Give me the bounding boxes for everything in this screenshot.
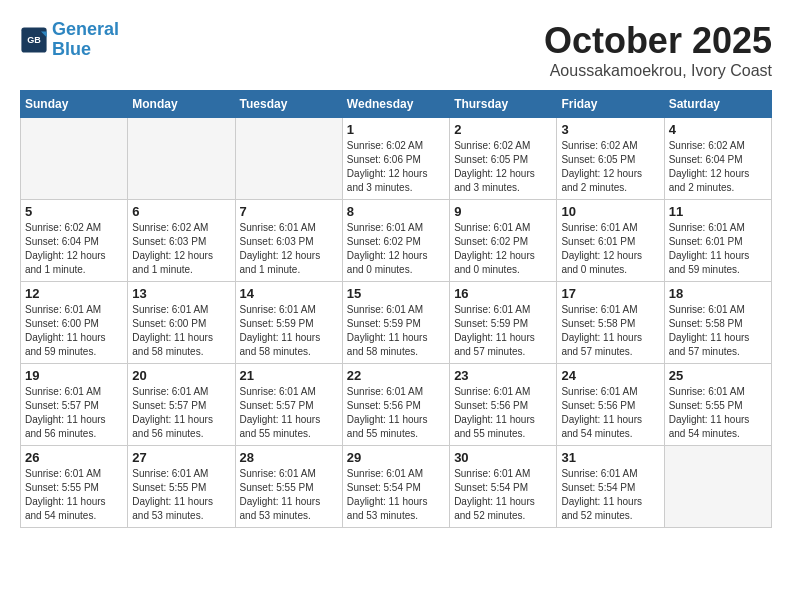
calendar-cell: 27Sunrise: 6:01 AM Sunset: 5:55 PM Dayli… [128,446,235,528]
day-info: Sunrise: 6:01 AM Sunset: 5:56 PM Dayligh… [454,385,552,441]
calendar-cell: 3Sunrise: 6:02 AM Sunset: 6:05 PM Daylig… [557,118,664,200]
day-number: 13 [132,286,230,301]
day-number: 14 [240,286,338,301]
svg-text:GB: GB [27,35,41,45]
day-info: Sunrise: 6:02 AM Sunset: 6:04 PM Dayligh… [25,221,123,277]
calendar-cell: 28Sunrise: 6:01 AM Sunset: 5:55 PM Dayli… [235,446,342,528]
calendar-cell: 15Sunrise: 6:01 AM Sunset: 5:59 PM Dayli… [342,282,449,364]
calendar-cell: 31Sunrise: 6:01 AM Sunset: 5:54 PM Dayli… [557,446,664,528]
day-number: 29 [347,450,445,465]
calendar-cell: 29Sunrise: 6:01 AM Sunset: 5:54 PM Dayli… [342,446,449,528]
calendar-week-row: 26Sunrise: 6:01 AM Sunset: 5:55 PM Dayli… [21,446,772,528]
day-info: Sunrise: 6:01 AM Sunset: 6:00 PM Dayligh… [25,303,123,359]
calendar-cell: 8Sunrise: 6:01 AM Sunset: 6:02 PM Daylig… [342,200,449,282]
calendar-cell: 18Sunrise: 6:01 AM Sunset: 5:58 PM Dayli… [664,282,771,364]
logo: GB General Blue [20,20,119,60]
page-header: GB General Blue October 2025 Aoussakamoe… [20,20,772,80]
day-of-week-header: Saturday [664,91,771,118]
day-of-week-header: Sunday [21,91,128,118]
day-number: 24 [561,368,659,383]
day-info: Sunrise: 6:01 AM Sunset: 5:57 PM Dayligh… [240,385,338,441]
day-number: 1 [347,122,445,137]
day-info: Sunrise: 6:01 AM Sunset: 6:01 PM Dayligh… [669,221,767,277]
calendar-cell: 13Sunrise: 6:01 AM Sunset: 6:00 PM Dayli… [128,282,235,364]
day-info: Sunrise: 6:01 AM Sunset: 5:57 PM Dayligh… [132,385,230,441]
day-info: Sunrise: 6:01 AM Sunset: 5:55 PM Dayligh… [240,467,338,523]
calendar-cell: 1Sunrise: 6:02 AM Sunset: 6:06 PM Daylig… [342,118,449,200]
day-info: Sunrise: 6:02 AM Sunset: 6:03 PM Dayligh… [132,221,230,277]
calendar-cell: 4Sunrise: 6:02 AM Sunset: 6:04 PM Daylig… [664,118,771,200]
day-number: 6 [132,204,230,219]
day-number: 17 [561,286,659,301]
calendar-cell: 25Sunrise: 6:01 AM Sunset: 5:55 PM Dayli… [664,364,771,446]
calendar-week-row: 19Sunrise: 6:01 AM Sunset: 5:57 PM Dayli… [21,364,772,446]
calendar-cell: 2Sunrise: 6:02 AM Sunset: 6:05 PM Daylig… [450,118,557,200]
calendar-cell: 12Sunrise: 6:01 AM Sunset: 6:00 PM Dayli… [21,282,128,364]
day-info: Sunrise: 6:01 AM Sunset: 5:59 PM Dayligh… [240,303,338,359]
calendar-cell [21,118,128,200]
day-number: 11 [669,204,767,219]
calendar-cell: 6Sunrise: 6:02 AM Sunset: 6:03 PM Daylig… [128,200,235,282]
day-number: 3 [561,122,659,137]
calendar-cell: 24Sunrise: 6:01 AM Sunset: 5:56 PM Dayli… [557,364,664,446]
day-number: 28 [240,450,338,465]
day-number: 20 [132,368,230,383]
calendar-cell: 22Sunrise: 6:01 AM Sunset: 5:56 PM Dayli… [342,364,449,446]
calendar-cell: 11Sunrise: 6:01 AM Sunset: 6:01 PM Dayli… [664,200,771,282]
day-of-week-header: Thursday [450,91,557,118]
calendar-cell: 5Sunrise: 6:02 AM Sunset: 6:04 PM Daylig… [21,200,128,282]
day-number: 23 [454,368,552,383]
calendar-cell: 23Sunrise: 6:01 AM Sunset: 5:56 PM Dayli… [450,364,557,446]
day-of-week-header: Tuesday [235,91,342,118]
day-number: 31 [561,450,659,465]
calendar-cell: 7Sunrise: 6:01 AM Sunset: 6:03 PM Daylig… [235,200,342,282]
calendar-week-row: 1Sunrise: 6:02 AM Sunset: 6:06 PM Daylig… [21,118,772,200]
day-info: Sunrise: 6:01 AM Sunset: 5:56 PM Dayligh… [347,385,445,441]
day-info: Sunrise: 6:01 AM Sunset: 5:54 PM Dayligh… [347,467,445,523]
logo-text: General Blue [52,20,119,60]
day-number: 5 [25,204,123,219]
calendar-cell [128,118,235,200]
day-info: Sunrise: 6:01 AM Sunset: 5:57 PM Dayligh… [25,385,123,441]
calendar-cell: 26Sunrise: 6:01 AM Sunset: 5:55 PM Dayli… [21,446,128,528]
day-info: Sunrise: 6:01 AM Sunset: 5:55 PM Dayligh… [669,385,767,441]
day-number: 27 [132,450,230,465]
calendar-header-row: SundayMondayTuesdayWednesdayThursdayFrid… [21,91,772,118]
day-number: 19 [25,368,123,383]
day-number: 22 [347,368,445,383]
day-info: Sunrise: 6:01 AM Sunset: 6:02 PM Dayligh… [347,221,445,277]
day-info: Sunrise: 6:01 AM Sunset: 5:55 PM Dayligh… [25,467,123,523]
page-subtitle: Aoussakamoekrou, Ivory Coast [544,62,772,80]
calendar-cell [664,446,771,528]
calendar-cell: 9Sunrise: 6:01 AM Sunset: 6:02 PM Daylig… [450,200,557,282]
day-info: Sunrise: 6:01 AM Sunset: 5:54 PM Dayligh… [561,467,659,523]
calendar-week-row: 5Sunrise: 6:02 AM Sunset: 6:04 PM Daylig… [21,200,772,282]
calendar-cell: 21Sunrise: 6:01 AM Sunset: 5:57 PM Dayli… [235,364,342,446]
calendar-cell: 19Sunrise: 6:01 AM Sunset: 5:57 PM Dayli… [21,364,128,446]
day-number: 30 [454,450,552,465]
logo-icon: GB [20,26,48,54]
calendar-cell: 30Sunrise: 6:01 AM Sunset: 5:54 PM Dayli… [450,446,557,528]
calendar-table: SundayMondayTuesdayWednesdayThursdayFrid… [20,90,772,528]
day-info: Sunrise: 6:02 AM Sunset: 6:06 PM Dayligh… [347,139,445,195]
day-number: 10 [561,204,659,219]
day-number: 18 [669,286,767,301]
calendar-cell: 20Sunrise: 6:01 AM Sunset: 5:57 PM Dayli… [128,364,235,446]
day-info: Sunrise: 6:01 AM Sunset: 6:03 PM Dayligh… [240,221,338,277]
day-info: Sunrise: 6:02 AM Sunset: 6:05 PM Dayligh… [561,139,659,195]
day-number: 9 [454,204,552,219]
day-info: Sunrise: 6:01 AM Sunset: 5:59 PM Dayligh… [347,303,445,359]
day-info: Sunrise: 6:01 AM Sunset: 5:59 PM Dayligh… [454,303,552,359]
day-info: Sunrise: 6:01 AM Sunset: 6:01 PM Dayligh… [561,221,659,277]
day-number: 21 [240,368,338,383]
day-info: Sunrise: 6:01 AM Sunset: 5:58 PM Dayligh… [669,303,767,359]
day-number: 8 [347,204,445,219]
calendar-cell: 16Sunrise: 6:01 AM Sunset: 5:59 PM Dayli… [450,282,557,364]
day-info: Sunrise: 6:01 AM Sunset: 5:55 PM Dayligh… [132,467,230,523]
day-number: 15 [347,286,445,301]
day-number: 2 [454,122,552,137]
day-info: Sunrise: 6:02 AM Sunset: 6:04 PM Dayligh… [669,139,767,195]
calendar-cell: 10Sunrise: 6:01 AM Sunset: 6:01 PM Dayli… [557,200,664,282]
day-number: 16 [454,286,552,301]
calendar-cell [235,118,342,200]
